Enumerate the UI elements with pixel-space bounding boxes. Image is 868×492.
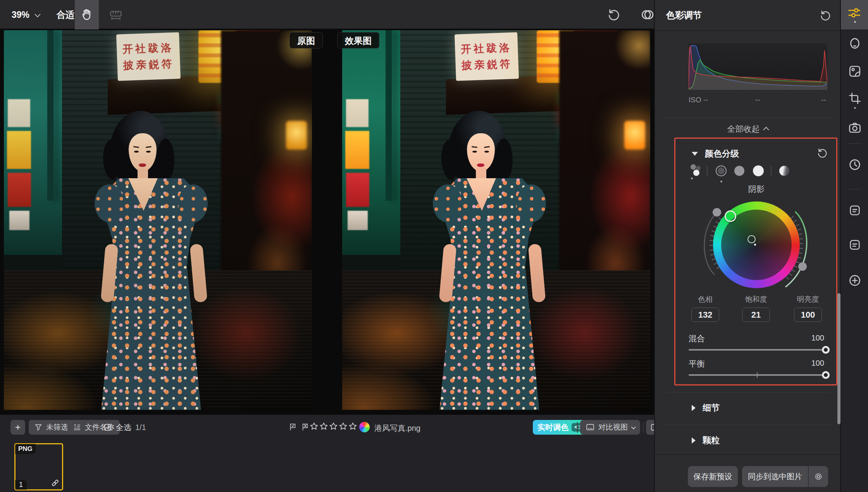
- white-street-sign: 开社跋洛 披亲鋭符: [455, 32, 519, 81]
- divider: [643, 422, 644, 433]
- photo-scene: 开社跋洛 披亲鋭符: [4, 30, 312, 410]
- blend-slider[interactable]: [689, 349, 826, 351]
- divider: [655, 454, 841, 455]
- sync-settings-button[interactable]: [809, 466, 828, 487]
- hand-tool-button[interactable]: [75, 0, 99, 29]
- history-tab[interactable]: [841, 152, 868, 177]
- sync-to-selected-button: 同步到选中图片: [742, 466, 828, 487]
- divider: [666, 392, 830, 392]
- chevron-down-icon: [34, 11, 41, 17]
- preset-list-tab[interactable]: [841, 198, 868, 223]
- star-icon[interactable]: [319, 421, 329, 431]
- compare-view-icon: [586, 423, 595, 432]
- original-view-badge: 原图: [289, 32, 323, 48]
- fit-to-screen-button[interactable]: 合适: [54, 0, 77, 29]
- undo-icon: [607, 8, 621, 22]
- star-icon[interactable]: [309, 421, 319, 431]
- star-icon[interactable]: [329, 421, 338, 431]
- woman-eye: [134, 151, 139, 153]
- blend-slider-handle[interactable]: [822, 346, 830, 354]
- highlights-range-button[interactable]: [753, 165, 764, 176]
- face-icon: [848, 36, 862, 50]
- midtones-range-button[interactable]: [734, 166, 744, 176]
- filters-tab[interactable]: [841, 59, 868, 84]
- sign-text-line1: 开社跋洛: [461, 41, 512, 57]
- undo-button[interactable]: [604, 0, 624, 29]
- detail-section-label: 细节: [703, 402, 720, 414]
- divider: [666, 118, 830, 118]
- add-panel-button[interactable]: [841, 268, 868, 293]
- shutter-value: --: [821, 96, 826, 104]
- live-color-label: 实时调色: [537, 422, 568, 433]
- preset-doc-icon: [848, 238, 861, 251]
- saturation-label: 饱和度: [730, 294, 782, 304]
- panel-reset-button[interactable]: [817, 7, 834, 24]
- color-grading-reset-button[interactable]: [813, 145, 832, 162]
- divider: [666, 425, 830, 425]
- grading-range-selector: [655, 163, 841, 180]
- crop-tab[interactable]: [841, 86, 868, 111]
- saturation-input[interactable]: 21: [742, 308, 770, 322]
- all-wheels-view-button[interactable]: [688, 163, 701, 181]
- dress-sleeve: [95, 184, 124, 222]
- wall-posters: [344, 99, 387, 231]
- global-range-button[interactable]: [779, 166, 789, 176]
- save-preset-button[interactable]: 保存新预设: [688, 466, 738, 487]
- compare-view-dropdown[interactable]: 对比视图: [580, 420, 640, 435]
- flag-pick-icon[interactable]: [289, 423, 297, 431]
- preset-doc-icon: [848, 204, 861, 217]
- hand-icon: [80, 8, 93, 21]
- portrait-tab[interactable]: [841, 31, 868, 56]
- original-image-view[interactable]: 开社跋洛 披亲鋭符: [4, 30, 312, 410]
- tool-strip: [840, 0, 868, 492]
- zoom-level-dropdown[interactable]: 39%: [12, 0, 39, 29]
- filmstrip-bar: + 未筛选 文件名称 全选 1/1: [0, 415, 654, 492]
- detail-section-header[interactable]: 细节: [655, 399, 841, 416]
- sign-text-line1: 开社跋洛: [122, 41, 174, 57]
- ruler-tool-button[interactable]: [104, 0, 128, 29]
- hue-field: 色相 132: [679, 294, 731, 322]
- woman-lips: [477, 163, 484, 167]
- photo-filter-icon: [848, 64, 862, 78]
- triangle-expanded-icon: [692, 152, 698, 156]
- shadows-range-button[interactable]: [716, 165, 727, 176]
- color-grading-title: 颜色分级: [705, 148, 739, 160]
- sync-button-main[interactable]: 同步到选中图片: [742, 466, 809, 487]
- luminance-input[interactable]: 100: [794, 308, 822, 322]
- collapse-all-button[interactable]: 全部收起: [655, 122, 841, 136]
- hue-input[interactable]: 132: [691, 308, 719, 322]
- wheel-offset-handle[interactable]: [747, 235, 756, 243]
- left-arc-handle[interactable]: [713, 208, 721, 217]
- wall-posters: [5, 99, 49, 231]
- select-all-control[interactable]: 全选 1/1: [103, 420, 146, 435]
- chevron-down-icon: [631, 424, 636, 429]
- color-adjust-panel: 色彩调节 ISO -- -- -- 全部收起: [654, 0, 840, 492]
- balance-slider-handle[interactable]: [822, 371, 830, 379]
- star-icon[interactable]: [338, 421, 348, 431]
- filmstrip-thumbnail[interactable]: PNG 1: [14, 443, 63, 490]
- modified-dot: [854, 21, 856, 23]
- checkbox-checked-icon: [103, 423, 112, 432]
- add-photos-button[interactable]: +: [10, 420, 25, 435]
- wheel-center-dot: [754, 244, 756, 246]
- effect-image-view[interactable]: 开社跋洛 披亲鋭符: [342, 30, 650, 410]
- color-label-icon[interactable]: [359, 422, 370, 432]
- dress-sleeve: [517, 184, 546, 222]
- camera-raw-tab[interactable]: [841, 115, 868, 140]
- compare-overlay-icon: [639, 7, 656, 22]
- right-arc-handle[interactable]: [798, 262, 807, 271]
- gear-icon: [813, 471, 823, 482]
- adjustments-tab[interactable]: [841, 0, 868, 29]
- balance-slider[interactable]: [689, 374, 826, 376]
- filter-unfiltered-button[interactable]: 未筛选: [29, 420, 74, 435]
- preset-list-tab-2[interactable]: [841, 232, 868, 257]
- flag-reject-icon[interactable]: [301, 423, 310, 431]
- star-icon[interactable]: [348, 421, 358, 431]
- woman-lips: [139, 163, 146, 167]
- hue-ring-handle[interactable]: [725, 210, 736, 222]
- panel-scrollbar[interactable]: [837, 293, 840, 424]
- blend-label: 混合: [689, 333, 705, 344]
- active-range-dot: [720, 181, 722, 182]
- grain-section-header[interactable]: 颗粒: [655, 432, 841, 449]
- sign-text-line2: 披亲鋭符: [461, 57, 513, 73]
